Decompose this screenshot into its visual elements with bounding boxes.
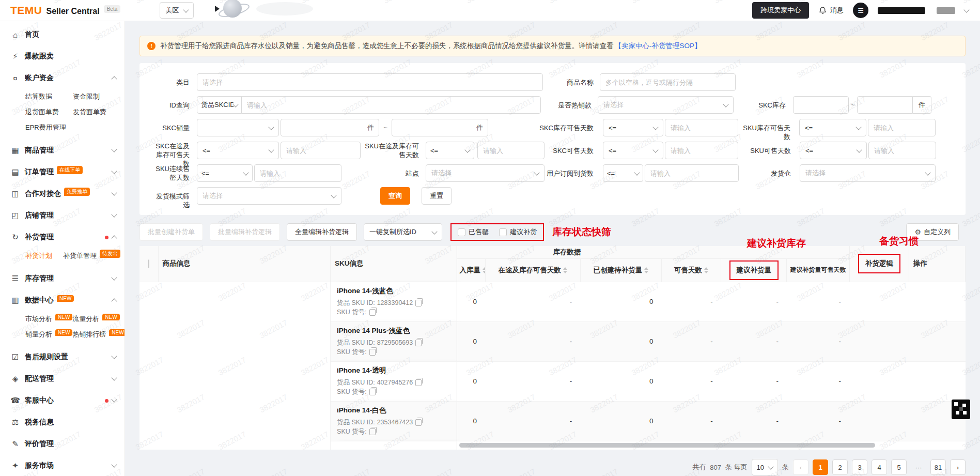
sort-icon[interactable] (704, 267, 708, 273)
hot-sale-select[interactable]: 请选择 (598, 96, 734, 114)
batch-edit-logic-button[interactable]: 批量编辑补货逻辑 (210, 223, 280, 241)
sidebar-subitem[interactable]: 销量分析NEW (25, 327, 72, 342)
sku-stock-days-input[interactable] (868, 119, 935, 136)
copy-icon[interactable] (415, 340, 422, 346)
sidebar-item-data-center[interactable]: ▥数据中心NEW (0, 289, 125, 311)
sidebar-subitem[interactable]: 资金限制 (73, 89, 120, 104)
chevron-down-icon[interactable] (963, 7, 969, 12)
col-created-pending[interactable]: 已创建待补货量 (580, 258, 661, 282)
sort-icon[interactable] (563, 267, 567, 273)
copy-icon[interactable] (369, 389, 376, 395)
sidebar-subitem[interactable]: 补货单管理待发出 (63, 248, 120, 264)
suggest-replenish-checkbox[interactable]: 建议补货 (499, 227, 537, 237)
select-all-checkbox[interactable] (148, 259, 149, 268)
checkbox-icon[interactable] (499, 228, 507, 236)
chevron-up-icon (111, 235, 117, 241)
sidebar-item-aftersale[interactable]: ☑售后规则设置 (0, 346, 125, 368)
batch-create-replenish-button[interactable]: 批量创建补货单 (139, 223, 203, 241)
sidebar-item-hot-sale[interactable]: ⚡爆款跟卖 (0, 45, 125, 67)
sidebar-subitem[interactable]: 结算数据 (25, 89, 73, 104)
copy-icon[interactable] (369, 309, 376, 316)
sidebar-subitem[interactable]: 热销排行榜NEW (72, 327, 125, 342)
ship-warehouse-select[interactable]: 请选择 (800, 164, 936, 182)
messages-button[interactable]: 消息 (818, 6, 844, 15)
next-page-button[interactable]: › (950, 459, 966, 475)
skc-sellable-days-op-select[interactable]: <= (603, 142, 663, 159)
subscribe-count-op-select[interactable]: <= (603, 164, 643, 182)
skc-transit-days-input[interactable] (281, 142, 360, 159)
sidebar-item-partner-warehouse[interactable]: ◫合作对接仓免费推单 (0, 183, 125, 205)
copy-icon[interactable] (415, 300, 422, 306)
col-inbound[interactable]: 入库量 (457, 258, 485, 282)
copy-icon[interactable] (415, 419, 422, 426)
seller-center-button[interactable]: 跨境卖家中心 (752, 2, 809, 19)
sidebar-subitem[interactable]: 市场分析NEW (25, 311, 72, 327)
checkbox-icon[interactable] (458, 228, 465, 236)
skc-sales-max-input[interactable] (392, 119, 476, 136)
edit-all-logic-button[interactable]: 全量编辑补货逻辑 (287, 223, 357, 241)
copy-icon[interactable] (369, 349, 376, 356)
skc-sellable-days-input[interactable] (665, 142, 738, 159)
sort-icon[interactable] (483, 267, 485, 273)
copy-icon[interactable] (415, 379, 422, 386)
sku-sellable-days-input[interactable] (869, 142, 936, 159)
skc-stock-days-input[interactable] (665, 119, 738, 136)
skc-stock-days-op-select[interactable]: <= (603, 119, 663, 136)
sidebar-subitem[interactable]: 补货计划 (25, 248, 63, 264)
copy-icon[interactable] (369, 428, 376, 435)
sidebar-subitem[interactable]: 退货面单费 (25, 104, 73, 120)
skc-sales-min-input[interactable] (281, 119, 367, 136)
col-transit-days[interactable]: 在途及库存可售天数 (485, 258, 580, 282)
sku-soldout-streak-input[interactable] (255, 165, 341, 181)
page-button[interactable]: 4 (872, 459, 887, 475)
reset-button[interactable]: 重置 (422, 187, 452, 205)
site-select[interactable]: 请选择 (426, 164, 545, 182)
skc-stock-max-input[interactable] (858, 97, 912, 113)
sku-stock-days-op-select[interactable]: <= (799, 119, 866, 136)
region-select[interactable]: 美区 (160, 2, 194, 19)
search-button[interactable]: 查询 (380, 187, 410, 205)
skc-sales-range-select[interactable] (197, 119, 279, 136)
skc-transit-days-op-select[interactable]: <= (197, 142, 279, 159)
col-sellable-days[interactable]: 可售天数 (662, 258, 721, 282)
sidebar-item-order[interactable]: ▤订单管理在线下单 (0, 161, 125, 183)
page-button[interactable]: 5 (891, 459, 907, 475)
banner-sop-link[interactable]: 【卖家中心-补货管理SOP】 (615, 41, 702, 51)
page-button[interactable]: 2 (832, 459, 848, 475)
sidebar-item-delivery[interactable]: ◈配送管理 (0, 368, 125, 390)
prev-page-button[interactable]: ‹ (793, 459, 808, 475)
copy-selected-ids-select[interactable]: 一键复制所选ID (364, 223, 442, 241)
skc-stock-min-input[interactable] (794, 97, 848, 113)
sidebar-item-product[interactable]: ▦商品管理 (0, 140, 125, 161)
sidebar-item-home[interactable]: ⌂首页 (0, 24, 125, 45)
page-size-select[interactable]: 10 (752, 459, 778, 475)
page-button[interactable]: 81 (930, 459, 946, 475)
sku-soldout-streak-op-select[interactable]: <= (197, 164, 253, 182)
sidebar-item-review[interactable]: ✎评价管理 (0, 433, 125, 455)
sku-transit-days-input[interactable] (478, 142, 544, 159)
sidebar-item-marketplace[interactable]: ✦服务市场 (0, 455, 125, 476)
product-name-input[interactable] (600, 74, 735, 90)
sidebar-item-customer-service[interactable]: ☎客服中心 (0, 390, 125, 411)
sidebar-item-tax[interactable]: ⚖税务信息 (0, 411, 125, 433)
category-input[interactable] (197, 74, 542, 90)
sidebar-item-funds[interactable]: ¤账户资金 (0, 67, 125, 89)
id-query-input[interactable] (242, 97, 540, 113)
ship-mode-select[interactable]: 请选择 (197, 187, 341, 205)
sidebar-item-inventory[interactable]: ☰库存管理 (0, 268, 125, 289)
user-avatar[interactable]: ☰ (853, 3, 868, 18)
sidebar-item-store[interactable]: ◰店铺管理 (0, 205, 125, 226)
sort-icon[interactable] (644, 267, 648, 273)
page-button[interactable]: 3 (852, 459, 867, 475)
subscribe-count-input[interactable] (645, 165, 738, 181)
horizontal-scrollbar[interactable] (459, 443, 875, 448)
id-type-select[interactable]: 货品SKCID (197, 96, 242, 114)
sidebar-item-replenish[interactable]: ↻补货管理 (0, 226, 125, 248)
sidebar-subitem[interactable]: 发货面单费 (73, 104, 120, 120)
sidebar-subitem[interactable]: EPR费用管理 (25, 120, 73, 135)
sku-sellable-days-op-select[interactable]: <= (800, 142, 867, 159)
page-button[interactable]: 1 (813, 459, 828, 475)
soldout-checkbox[interactable]: 已售罄 (458, 227, 489, 237)
sidebar-subitem[interactable]: 流量分析NEW (72, 311, 125, 327)
sku-transit-days-op-select[interactable]: <= (426, 142, 474, 159)
